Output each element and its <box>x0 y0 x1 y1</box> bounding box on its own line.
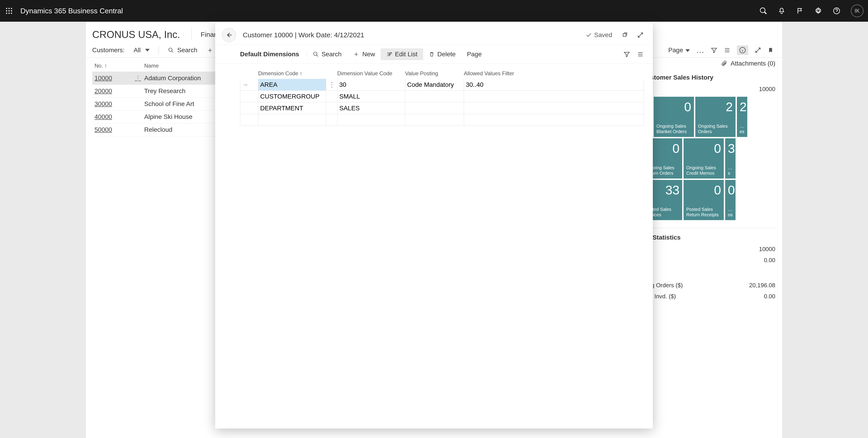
bell-icon[interactable] <box>778 7 786 15</box>
svg-point-8 <box>11 13 12 14</box>
default-dimensions-modal: Customer 10000 | Work Date: 4/12/2021 Sa… <box>215 22 653 429</box>
dimension-code-cell[interactable] <box>258 114 326 126</box>
svg-point-0 <box>6 8 7 9</box>
value-posting-cell[interactable]: Code Mandatory <box>405 79 464 90</box>
dimension-value-code-cell[interactable]: 30 <box>338 79 405 90</box>
dimension-row[interactable]: → AREA ⋮ 30 Code Mandatory 30..40 <box>240 79 644 91</box>
row-arrow-icon: → <box>240 79 258 90</box>
dimension-value-code-cell[interactable]: SALES <box>338 102 405 114</box>
user-avatar[interactable]: IK <box>851 4 864 17</box>
dimension-code-cell[interactable]: DEPARTMENT <box>258 102 326 114</box>
dimension-value-code-cell[interactable]: SMALL <box>338 91 405 102</box>
modal-page-button[interactable]: Page <box>461 49 487 60</box>
value-posting-cell[interactable] <box>405 114 464 126</box>
dimension-value-code-cell[interactable] <box>338 114 405 126</box>
svg-point-2 <box>11 8 12 9</box>
modal-overlay: Customer 10000 | Work Date: 4/12/2021 Sa… <box>0 22 868 438</box>
dimension-row-empty[interactable] <box>240 114 644 126</box>
dimension-row[interactable]: DEPARTMENT SALES <box>240 102 644 114</box>
modal-list-icon[interactable] <box>637 51 644 58</box>
modal-edit-list-button[interactable]: Edit List <box>381 49 423 60</box>
row-menu-icon[interactable]: ⋮ <box>326 79 338 90</box>
dimension-code-cell[interactable]: CUSTOMERGROUP <box>258 91 326 102</box>
modal-title: Customer 10000 | Work Date: 4/12/2021 <box>243 31 364 39</box>
dimension-row[interactable]: CUSTOMERGROUP SMALL <box>240 91 644 102</box>
allowed-values-filter-cell[interactable]: 30..40 <box>464 79 644 90</box>
top-bar: Dynamics 365 Business Central IK <box>0 0 868 22</box>
modal-search-button[interactable]: Search <box>307 49 347 60</box>
search-icon[interactable] <box>759 7 767 15</box>
col-allowed-values-filter[interactable]: Allowed Values Filter <box>464 70 644 76</box>
value-posting-cell[interactable] <box>405 102 464 114</box>
col-dimension-value-code[interactable]: Dimension Value Code <box>337 70 405 76</box>
svg-point-7 <box>8 13 9 14</box>
dimension-code-cell[interactable]: AREA <box>258 79 326 90</box>
app-launcher-icon[interactable] <box>4 6 13 15</box>
modal-filter-icon[interactable] <box>623 51 630 58</box>
back-button[interactable] <box>222 28 236 42</box>
popout-icon[interactable] <box>621 32 628 38</box>
modal-section-label: Default Dimensions <box>240 51 307 58</box>
allowed-values-filter-cell[interactable] <box>464 102 644 114</box>
col-dimension-code[interactable]: Dimension Code ↑ <box>258 70 326 76</box>
maximize-icon[interactable] <box>637 32 644 38</box>
svg-point-3 <box>6 10 7 11</box>
modal-new-button[interactable]: ＋ New <box>347 47 381 61</box>
app-title: Dynamics 365 Business Central <box>20 7 123 15</box>
dimensions-grid: Dimension Code ↑ Dimension Value Code Va… <box>215 63 653 130</box>
allowed-values-filter-cell[interactable] <box>464 114 644 126</box>
svg-point-6 <box>6 13 7 14</box>
modal-delete-button[interactable]: Delete <box>423 49 461 60</box>
help-icon[interactable] <box>833 7 841 15</box>
value-posting-cell[interactable] <box>405 91 464 102</box>
svg-point-4 <box>8 10 9 11</box>
flag-icon[interactable] <box>796 7 804 15</box>
col-value-posting[interactable]: Value Posting <box>405 70 464 76</box>
svg-point-5 <box>11 10 12 11</box>
gear-icon[interactable] <box>814 7 822 15</box>
svg-point-1 <box>8 8 9 9</box>
allowed-values-filter-cell[interactable] <box>464 91 644 102</box>
svg-point-12 <box>314 52 317 55</box>
saved-indicator: Saved <box>586 31 612 39</box>
